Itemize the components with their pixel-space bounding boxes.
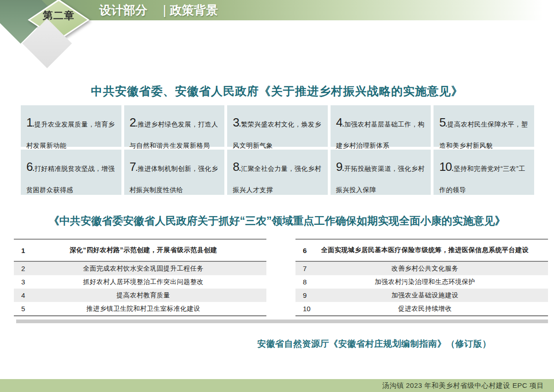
slide: 设计部分 | 政策背景 第二章 中共安徽省委、安徽省人民政府《关于推进乡村振兴战…	[0, 0, 554, 392]
policy1-item-5: 5.提高农村民生保障水平，塑造和美乡村新风貌	[434, 105, 534, 147]
subsection-title: 政策背景	[170, 2, 218, 18]
footer-text: 汤沟镇 2023 年和美乡村省级中心村建设 EPC 项目	[382, 381, 544, 390]
row-number: 5	[14, 305, 34, 313]
guideline-note: 安徽省自然资源厅《安徽省村庄规划编制指南》（修订版）	[257, 338, 491, 350]
row-number: 3	[14, 278, 34, 286]
policy1-item-10: 10.坚持和完善党对“三农”工作的领导	[434, 150, 534, 195]
item-number: 10	[439, 160, 452, 174]
policy1-item-1: 1.提升农业发展质量，培育乡村发展新动能	[21, 105, 121, 147]
row-text: 促进农民持续增收	[316, 305, 548, 313]
footer-bar: 汤沟镇 2023 年和美乡村省级中心村建设 EPC 项目	[0, 379, 554, 392]
item-text: 提高农村民生保障水平，塑造和美乡村新风貌	[439, 121, 528, 149]
policy1-item-7: 7.推进体制机制创新，强化乡村振兴制度性供给	[124, 150, 225, 195]
table-row: 2全面完成农村饮水安全巩固提升工程任务	[14, 262, 266, 275]
row-number: 10	[295, 305, 316, 313]
row-text: 深化“四好农村路”示范创建，开展省级示范县创建	[34, 246, 266, 254]
divider-bar	[16, 320, 548, 323]
policy2-title: 《中共安徽省委安徽省人民政府关于抓好“三农”领域重点工作确保如期实现全面小康的实…	[0, 214, 554, 228]
item-text: 推进乡村绿色发展，打造人与自然和谐共生发展新格局	[130, 121, 218, 149]
item-number: 2	[130, 115, 136, 129]
policy1-item-9: 9.开拓投融资渠道，强化乡村振兴投入保障	[331, 150, 431, 195]
policy1-item-3: 3.繁荣兴盛农村文化，焕发乡风文明新气象	[227, 105, 328, 147]
row-number: 4	[14, 291, 34, 299]
table-row: 7改善乡村公共文化服务	[295, 262, 548, 275]
item-text: 繁荣兴盛农村文化，焕发乡风文明新气象	[233, 121, 321, 149]
item-text: 提升农业发展质量，培育乡村发展新动能	[26, 121, 115, 149]
item-text: 打好精准脱贫攻坚战，增强贫困群众获得感	[26, 165, 115, 193]
row-text: 抓好农村人居环境整治工作突出问题整改	[34, 278, 266, 286]
policy1-item-8: 8.汇聚全社会力量，强化乡村振兴人才支撑	[227, 150, 328, 195]
row-number: 8	[295, 278, 316, 286]
item-number: 9	[336, 160, 342, 174]
table-row: 4提高农村教育质量	[14, 289, 266, 302]
policy1-grid: 1.提升农业发展质量，培育乡村发展新动能 2.推进乡村绿色发展，打造人与自然和谐…	[21, 105, 534, 195]
item-number: 3	[233, 115, 239, 129]
item-number: 4	[336, 115, 342, 129]
item-number: 7	[130, 160, 136, 174]
pipe-divider: |	[163, 3, 166, 18]
table-row: 5推进乡镇卫生院和村卫生室标准化建设	[14, 302, 266, 315]
policy1-title: 中共安徽省委、安徽省人民政府《关于推进乡村振兴战略的实施意见》	[0, 84, 554, 99]
row-number: 2	[14, 265, 34, 272]
item-text: 加强农村基层基础工作，构建乡村治理新体系	[336, 121, 425, 149]
table-row: 1深化“四好农村路”示范创建，开展省级示范县创建	[14, 240, 266, 262]
row-number: 6	[295, 247, 316, 254]
row-text: 加强农业基础设施建设	[316, 291, 548, 300]
row-number: 1	[14, 247, 34, 254]
row-text: 提高农村教育质量	[34, 291, 266, 300]
table-row: 10促进农民持续增收	[295, 302, 548, 315]
table-row: 6全面实现城乡居民基本医疗保险市级统筹，推进医保信息系统平台建设	[295, 240, 548, 262]
row-text: 加强农村污染治理和生态环境保护	[316, 278, 548, 286]
table-row: 9加强农业基础设施建设	[295, 289, 548, 302]
row-text: 全面完成农村饮水安全巩固提升工程任务	[34, 265, 266, 273]
item-text: 汇聚全社会力量，强化乡村振兴人才支撑	[233, 165, 321, 193]
table-row: 8加强农村污染治理和生态环境保护	[295, 275, 548, 289]
item-text: 开拓投融资渠道，强化乡村振兴投入保障	[336, 165, 425, 193]
section-title: 设计部分	[99, 2, 147, 18]
policy2-left-table: 1深化“四好农村路”示范创建，开展省级示范县创建 2全面完成农村饮水安全巩固提升…	[14, 239, 266, 316]
header-titles: 设计部分 | 政策背景	[99, 0, 218, 20]
row-number: 9	[295, 291, 316, 299]
row-number: 7	[295, 265, 316, 272]
item-number: 6	[26, 160, 32, 174]
row-text: 全面实现城乡居民基本医疗保险市级统筹，推进医保信息系统平台建设	[316, 246, 548, 254]
row-text: 推进乡镇卫生院和村卫生室标准化建设	[34, 305, 266, 313]
item-number: 1	[26, 115, 32, 129]
item-number: 5	[439, 115, 445, 129]
policy1-item-2: 2.推进乡村绿色发展，打造人与自然和谐共生发展新格局	[124, 105, 225, 147]
item-number: 8	[233, 160, 239, 174]
policy2-right-table: 6全面实现城乡居民基本医疗保险市级统筹，推进医保信息系统平台建设 7改善乡村公共…	[295, 239, 548, 316]
row-text: 改善乡村公共文化服务	[316, 265, 548, 273]
policy1-item-4: 4.加强农村基层基础工作，构建乡村治理新体系	[331, 105, 431, 147]
item-text: 推进体制机制创新，强化乡村振兴制度性供给	[130, 165, 218, 193]
table-row: 3抓好农村人居环境整治工作突出问题整改	[14, 275, 266, 289]
policy1-item-6: 6.打好精准脱贫攻坚战，增强贫困群众获得感	[21, 150, 121, 195]
